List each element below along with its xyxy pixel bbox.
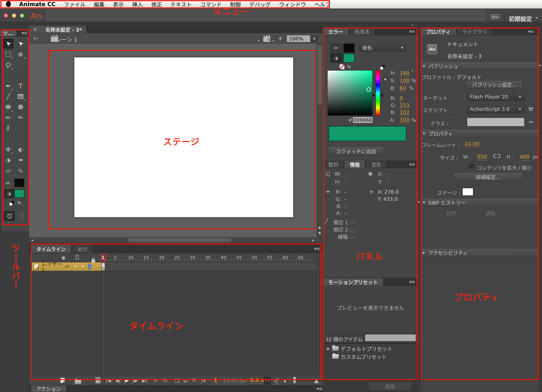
step-back-button[interactable]: ◀| — [115, 378, 121, 383]
color-tab[interactable]: カラー — [323, 28, 349, 35]
clear-button[interactable]: 消去 — [482, 209, 499, 217]
center-frame-icon[interactable]: ⌖ — [278, 34, 282, 43]
show-hide-layers-icon[interactable]: ◉ — [61, 255, 66, 260]
height-value[interactable]: 400 — [520, 154, 530, 161]
tool-text[interactable]: T — [16, 81, 26, 91]
timeline-tab[interactable]: タイムライン — [31, 245, 71, 253]
timeline-zoom-slider-track[interactable] — [292, 380, 326, 381]
loop-playback-icon[interactable]: ↻ — [163, 377, 168, 384]
elapsed-time-value[interactable]: 0.0 s — [250, 377, 264, 384]
menu-item-表示[interactable]: 表示 — [113, 0, 124, 8]
wrench-icon[interactable]: ⚒ — [528, 106, 533, 113]
log-button[interactable]: ログ — [444, 209, 459, 217]
layer-frames-track[interactable] — [101, 262, 317, 271]
fill-color-button[interactable]: ⬗ — [330, 54, 342, 63]
close-window-button[interactable] — [4, 14, 8, 18]
tool-eraser[interactable]: ▱ — [3, 166, 13, 175]
fill-swatch[interactable] — [343, 54, 355, 63]
middle-scroll-strip[interactable] — [418, 28, 421, 392]
tool-pen[interactable]: ✒ — [3, 81, 13, 91]
fill-color-mode-button[interactable]: ⬗ — [4, 189, 14, 198]
vertical-scrollbar-thumb[interactable] — [318, 45, 322, 105]
onion-skin-outline-icon[interactable]: ⧉ — [184, 378, 187, 384]
info-tab[interactable]: 情報 — [345, 161, 365, 168]
b2-value[interactable]: 102 — [400, 110, 410, 116]
link-broken-icon[interactable]: CƆ — [493, 153, 501, 159]
apply-preset-button[interactable]: 適用 — [369, 382, 411, 390]
zoom-window-button[interactable] — [20, 14, 24, 18]
straighten-option-icon[interactable]: └ — [7, 222, 11, 229]
publish-section-header[interactable]: ▼ パブリッシュ — [421, 62, 539, 70]
menu-item-編集[interactable]: 編集 — [94, 0, 105, 8]
swatches-tab[interactable]: 色見本 — [350, 28, 375, 35]
frame-span-toggle[interactable]: ( ) — [264, 377, 271, 384]
stage-color-swatch[interactable] — [462, 188, 473, 196]
scroll-up-icon[interactable]: ▲ — [318, 225, 321, 229]
horizontal-scrollbar-thumb[interactable] — [128, 238, 231, 242]
new-folder-icon[interactable] — [75, 380, 81, 384]
properties-panel-menu-icon[interactable]: ▾≡ — [528, 29, 534, 34]
ruler-frame-50[interactable]: 50 — [249, 255, 260, 260]
frame-rate-value[interactable]: 24.00 fps — [223, 378, 247, 384]
timeline-zoom-slider-thumb[interactable] — [293, 377, 296, 384]
h-value[interactable]: 160 — [400, 70, 410, 77]
tool-free-transform[interactable] — [3, 49, 13, 59]
scroll-left-icon[interactable]: ◂ — [31, 238, 33, 242]
default-colors-icon[interactable] — [9, 201, 14, 206]
apple-menu-icon[interactable] — [6, 1, 11, 7]
app-menu[interactable]: Animate CC — [19, 1, 56, 8]
scene-name[interactable]: シーン 1 — [56, 36, 77, 43]
tool-bone[interactable]: ✣ — [3, 145, 13, 154]
color-picker-cursor[interactable] — [367, 87, 371, 92]
edit-symbols-dropdown-icon[interactable]: ▾ — [272, 39, 274, 43]
ruler-frame-5[interactable]: 5 — [109, 255, 121, 260]
menu-item-修正[interactable]: 修正 — [151, 0, 162, 8]
lock-layers-icon[interactable] — [92, 260, 95, 262]
play-button[interactable]: ▶ — [125, 377, 129, 383]
swf-history-section-header[interactable]: ▼ SWF ヒストリー — [421, 199, 539, 206]
zoom-level-input[interactable]: 100% — [287, 35, 310, 42]
step-forward-button[interactable]: |▶ — [132, 378, 138, 383]
scroll-down-icon[interactable]: ▼ — [418, 201, 420, 204]
tool-oval[interactable] — [3, 102, 13, 112]
ruler-frame-25[interactable]: 25 — [171, 255, 183, 260]
zoom-dropdown-button[interactable]: ▼ — [311, 35, 318, 42]
workspace-switcher-button[interactable]: ⚙⇆ — [489, 14, 501, 21]
menu-item-制御[interactable]: 制御 — [230, 0, 241, 8]
smooth-option-icon[interactable]: S — [19, 212, 23, 220]
menu-item-挿入[interactable]: 挿入 — [132, 0, 143, 8]
close-tab-icon[interactable]: × — [33, 27, 37, 32]
align-tab[interactable]: 整列 — [323, 161, 344, 168]
a-value[interactable]: 100 — [400, 117, 410, 124]
scroll-up-icon[interactable]: ▲ — [539, 63, 541, 66]
r-value[interactable]: 0 — [400, 95, 403, 102]
tool-line[interactable]: ╱ — [3, 92, 13, 101]
g-value[interactable]: 153 — [400, 102, 410, 109]
menu-item-ヘルプ[interactable]: ヘルプ — [314, 0, 331, 8]
document-tab[interactable]: × 名称未設定 - 3* — [29, 26, 86, 33]
tools-panel-menu-icon[interactable]: ▾≡ — [22, 30, 27, 36]
outline-layers-icon[interactable] — [76, 255, 79, 260]
library-tab[interactable]: ライブラリ — [457, 28, 493, 35]
new-layer-icon[interactable] — [60, 378, 65, 383]
color-panel-menu-icon[interactable]: ▾≡ — [409, 29, 415, 34]
reset-timeline-zoom-icon[interactable]: ↺ — [274, 377, 279, 384]
layer-name[interactable]: レイヤー 1 — [42, 260, 65, 273]
timeline-scroll-strip[interactable] — [317, 253, 322, 376]
stroke-color-button[interactable]: ✏ — [330, 43, 342, 53]
tool-subselection[interactable]: ➤ — [16, 39, 26, 48]
properties-scroll-strip[interactable] — [539, 28, 542, 392]
info-y-value[interactable]: – — [386, 179, 389, 185]
layer-lock-dot-icon[interactable]: • — [81, 263, 84, 270]
edit-class-pencil-icon[interactable]: ✏ — [529, 119, 533, 125]
ruler-frame-65[interactable]: 65 — [295, 255, 307, 260]
advanced-settings-button[interactable]: 詳細設定... — [454, 173, 522, 181]
stroke-swatch[interactable] — [343, 43, 355, 53]
zoom-in-frames-icon[interactable]: ▲ — [314, 377, 319, 384]
tool-ink-bottle[interactable]: ⬖ — [16, 145, 26, 154]
edit-multiple-frames-icon[interactable]: ⇱ — [192, 378, 197, 384]
current-frame-value[interactable]: 1 — [214, 377, 217, 384]
modify-markers-icon[interactable]: (▾ — [201, 378, 206, 384]
info-panel-menu-icon[interactable]: ▾≡ — [409, 162, 415, 167]
swap-colors-icon[interactable]: ⇆ — [347, 64, 351, 69]
